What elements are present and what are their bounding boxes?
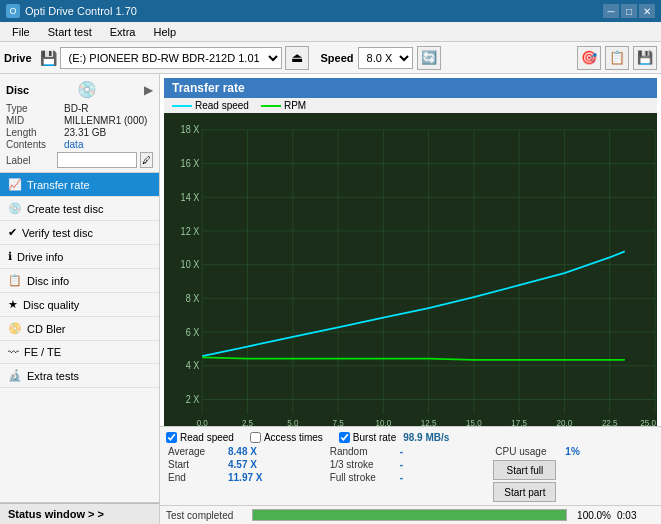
stat-end-val: 11.97 X: [228, 472, 273, 483]
toolbar-btn-3[interactable]: 💾: [633, 46, 657, 70]
chart-section: Transfer rate Read speed RPM: [160, 74, 661, 426]
nav-drive-info[interactable]: ℹ Drive info: [0, 245, 159, 269]
progress-label: Test completed: [166, 510, 246, 521]
nav-verify-test-disc-label: Verify test disc: [22, 227, 93, 239]
svg-text:15.0: 15.0: [466, 417, 482, 426]
svg-text:2.5: 2.5: [242, 417, 253, 426]
nav-extra-tests[interactable]: 🔬 Extra tests: [0, 364, 159, 388]
disc-panel-icon: 💿: [77, 80, 97, 99]
checkbox-burst-rate: Burst rate 98.9 MB/s: [339, 432, 450, 443]
app-icon: O: [6, 4, 20, 18]
svg-text:17.5: 17.5: [511, 417, 527, 426]
disc-mid-key: MID: [6, 115, 64, 126]
nav-menu: 📈 Transfer rate 💿 Create test disc ✔ Ver…: [0, 173, 159, 502]
nav-fe-te[interactable]: 〰 FE / TE: [0, 341, 159, 364]
stat-stroke13-label: 1/3 stroke: [330, 459, 400, 470]
checkbox-read-speed: Read speed: [166, 432, 234, 443]
cd-bler-icon: 📀: [8, 322, 22, 335]
nav-create-test-disc-label: Create test disc: [27, 203, 103, 215]
title-bar: O Opti Drive Control 1.70 ─ □ ✕: [0, 0, 661, 22]
nav-disc-quality-label: Disc quality: [23, 299, 79, 311]
menu-file[interactable]: File: [4, 24, 38, 40]
stat-average-row: Average 8.48 X: [166, 445, 328, 458]
minimize-button[interactable]: ─: [603, 4, 619, 18]
svg-text:12 X: 12 X: [181, 225, 200, 237]
stat-start-label: Start: [168, 459, 228, 470]
nav-disc-quality[interactable]: ★ Disc quality: [0, 293, 159, 317]
svg-text:22.5: 22.5: [602, 417, 618, 426]
nav-create-test-disc[interactable]: 💿 Create test disc: [0, 197, 159, 221]
stat-average-val: 8.48 X: [228, 446, 273, 457]
stat-random-row: Random -: [328, 445, 490, 458]
svg-text:20.0: 20.0: [557, 417, 573, 426]
access-times-checkbox[interactable]: [250, 432, 261, 443]
main-layout: Disc 💿 ▶ Type BD-R MID MILLENMR1 (000) L…: [0, 74, 661, 524]
nav-disc-info[interactable]: 📋 Disc info: [0, 269, 159, 293]
start-full-button[interactable]: Start full: [493, 460, 556, 480]
legend-rpm: RPM: [261, 100, 306, 111]
toolbar: Drive 💾 (E:) PIONEER BD-RW BDR-212D 1.01…: [0, 42, 661, 74]
speed-dropdown[interactable]: 8.0 X: [358, 47, 413, 69]
menu-help[interactable]: Help: [145, 24, 184, 40]
disc-contents-key: Contents: [6, 139, 64, 150]
disc-panel-title: Disc: [6, 84, 29, 96]
svg-text:6 X: 6 X: [186, 326, 200, 338]
eject-button[interactable]: ⏏: [285, 46, 309, 70]
stat-stroke13-row: 1/3 stroke -: [328, 458, 490, 471]
stat-cpu-label: CPU usage: [495, 446, 565, 457]
progress-percent: 100.0%: [573, 510, 611, 521]
burst-rate-value: 98.9 MB/s: [403, 432, 449, 443]
read-speed-checkbox[interactable]: [166, 432, 177, 443]
disc-label-btn[interactable]: 🖊: [140, 152, 153, 168]
stat-end-label: End: [168, 472, 228, 483]
menu-start-test[interactable]: Start test: [40, 24, 100, 40]
close-button[interactable]: ✕: [639, 4, 655, 18]
verify-test-disc-icon: ✔: [8, 226, 17, 239]
disc-length-key: Length: [6, 127, 64, 138]
chart-wrapper: 18 X 16 X 14 X 12 X 10 X 8 X 6 X 4 X 2 X…: [164, 113, 657, 426]
speed-refresh-button[interactable]: 🔄: [417, 46, 441, 70]
legend-read-speed-label: Read speed: [195, 100, 249, 111]
burst-rate-checkbox-label: Burst rate: [353, 432, 396, 443]
disc-length-val: 23.31 GB: [64, 127, 106, 138]
status-window-header[interactable]: Status window > >: [0, 503, 159, 524]
progress-bar-fill: [253, 510, 566, 520]
nav-verify-test-disc[interactable]: ✔ Verify test disc: [0, 221, 159, 245]
svg-text:10 X: 10 X: [181, 259, 200, 271]
nav-transfer-rate[interactable]: 📈 Transfer rate: [0, 173, 159, 197]
chart-title: Transfer rate: [172, 81, 245, 95]
svg-text:12.5: 12.5: [421, 417, 437, 426]
progress-section: Test completed 100.0% 0:03: [160, 505, 661, 524]
disc-panel: Disc 💿 ▶ Type BD-R MID MILLENMR1 (000) L…: [0, 74, 159, 173]
nav-drive-info-label: Drive info: [17, 251, 63, 263]
burst-rate-checkbox[interactable]: [339, 432, 350, 443]
disc-info-icon: 📋: [8, 274, 22, 287]
start-part-button[interactable]: Start part: [493, 482, 556, 502]
toolbar-btn-1[interactable]: 🎯: [577, 46, 601, 70]
stat-random-val: -: [400, 446, 430, 457]
nav-disc-info-label: Disc info: [27, 275, 69, 287]
svg-text:16 X: 16 X: [181, 157, 200, 169]
stat-fullstroke-label: Full stroke: [330, 472, 400, 483]
disc-mid-val: MILLENMR1 (000): [64, 115, 147, 126]
svg-text:5.0: 5.0: [287, 417, 298, 426]
stat-start-row: Start 4.57 X: [166, 458, 328, 471]
drive-dropdown[interactable]: (E:) PIONEER BD-RW BDR-212D 1.01: [60, 47, 282, 69]
create-test-disc-icon: 💿: [8, 202, 22, 215]
disc-type-row: Type BD-R: [6, 103, 153, 114]
disc-quality-icon: ★: [8, 298, 18, 311]
nav-transfer-rate-label: Transfer rate: [27, 179, 90, 191]
disc-type-val: BD-R: [64, 103, 88, 114]
read-speed-checkbox-label: Read speed: [180, 432, 234, 443]
stat-cpu-val: 1%: [565, 446, 579, 457]
stats-col-3: CPU usage 1% Start full Start part: [489, 445, 655, 502]
disc-label-input[interactable]: [57, 152, 137, 168]
toolbar-btn-2[interactable]: 📋: [605, 46, 629, 70]
svg-text:10.0: 10.0: [376, 417, 392, 426]
chart-svg: 18 X 16 X 14 X 12 X 10 X 8 X 6 X 4 X 2 X…: [164, 113, 657, 426]
maximize-button[interactable]: □: [621, 4, 637, 18]
status-window-label: Status window > >: [8, 508, 104, 520]
menu-extra[interactable]: Extra: [102, 24, 144, 40]
legend-rpm-label: RPM: [284, 100, 306, 111]
nav-cd-bler[interactable]: 📀 CD Bler: [0, 317, 159, 341]
